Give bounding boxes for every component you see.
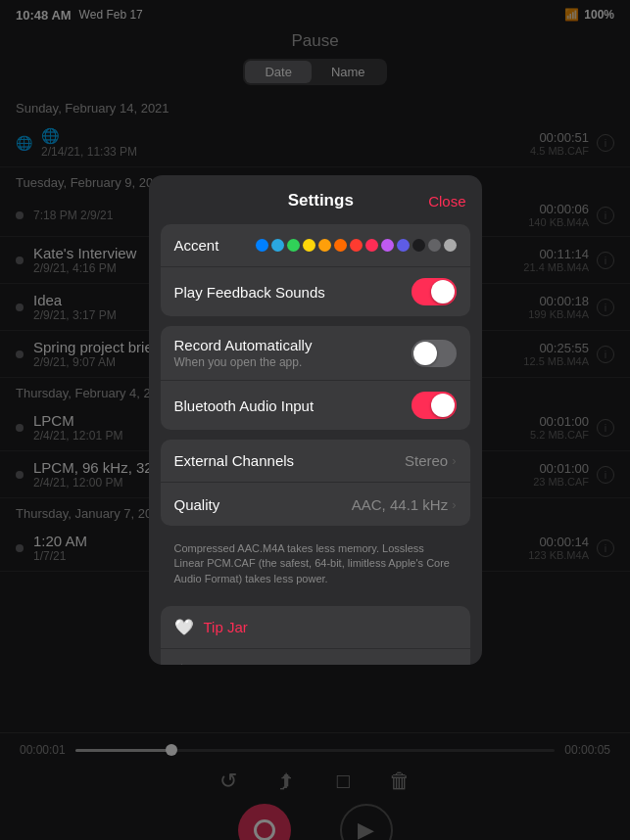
quality-label: Quality — [174, 496, 352, 513]
accent-dot[interactable] — [271, 239, 284, 252]
accent-dot[interactable] — [287, 239, 300, 252]
bluetooth-toggle-knob — [431, 394, 455, 417]
record-auto-label-wrap: Record Automatically When you open the a… — [174, 337, 412, 369]
accent-dot[interactable] — [256, 239, 268, 252]
accent-dot[interactable] — [365, 239, 378, 252]
accent-label: Accent — [174, 237, 256, 254]
bluetooth-toggle[interactable] — [412, 392, 457, 419]
feedback-toggle-knob — [431, 280, 455, 303]
quality-chevron: › — [452, 497, 456, 512]
star-icon: ☆ — [174, 661, 188, 665]
external-channels-chevron: › — [452, 453, 456, 468]
accent-row: Accent — [161, 224, 470, 267]
record-auto-toggle[interactable] — [412, 340, 457, 367]
record-auto-knob — [413, 342, 437, 365]
modal-title: Settings — [214, 191, 429, 210]
external-channels-text: Stereo — [405, 452, 448, 469]
quality-value: AAC, 44.1 kHz › — [352, 496, 457, 513]
settings-modal: Settings Close Accent Play Feedback Soun… — [149, 175, 482, 665]
accent-dot[interactable] — [428, 239, 441, 252]
accent-dot[interactable] — [350, 239, 363, 252]
tip-jar-row[interactable]: 🤍 Tip Jar — [161, 606, 470, 649]
record-auto-sub: When you open the app. — [174, 355, 412, 369]
action-section: 🤍 Tip Jar ☆ Review ▦ More Apps — [161, 606, 470, 665]
accent-dot[interactable] — [318, 239, 331, 252]
accent-dot[interactable] — [444, 239, 457, 252]
heart-icon: 🤍 — [174, 618, 194, 636]
close-button[interactable]: Close — [428, 193, 465, 210]
quality-row[interactable]: Quality AAC, 44.1 kHz › — [161, 483, 470, 526]
accent-dot[interactable] — [412, 239, 425, 252]
quality-text: AAC, 44.1 kHz — [352, 496, 448, 513]
accent-dot[interactable] — [303, 239, 315, 252]
feedback-row: Play Feedback Sounds — [161, 267, 470, 316]
external-channels-value: Stereo › — [405, 452, 457, 469]
accent-dots[interactable] — [256, 239, 457, 252]
record-auto-row: Record Automatically When you open the a… — [161, 326, 470, 381]
modal-header: Settings Close — [149, 175, 482, 210]
feedback-label: Play Feedback Sounds — [174, 284, 412, 301]
feedback-toggle[interactable] — [412, 278, 457, 305]
bluetooth-row: Bluetooth Audio Input — [161, 381, 470, 430]
external-channels-label: External Channels — [174, 452, 405, 469]
settings-section-accent: Accent Play Feedback Sounds — [161, 224, 470, 316]
accent-dot[interactable] — [397, 239, 410, 252]
modal-overlay[interactable]: Settings Close Accent Play Feedback Soun… — [0, 0, 630, 840]
tip-jar-label: Tip Jar — [204, 619, 248, 635]
settings-section-channels: External Channels Stereo › Quality AAC, … — [161, 440, 470, 526]
external-channels-row[interactable]: External Channels Stereo › — [161, 440, 470, 483]
accent-dot[interactable] — [381, 239, 394, 252]
accent-dot[interactable] — [334, 239, 347, 252]
record-auto-label: Record Automatically — [174, 337, 412, 353]
quality-description: Compressed AAC.M4A takes less memory. Lo… — [161, 536, 470, 596]
settings-section-record: Record Automatically When you open the a… — [161, 326, 470, 430]
review-row[interactable]: ☆ Review — [161, 649, 470, 665]
review-label: Review — [198, 662, 246, 665]
bluetooth-label: Bluetooth Audio Input — [174, 397, 412, 414]
